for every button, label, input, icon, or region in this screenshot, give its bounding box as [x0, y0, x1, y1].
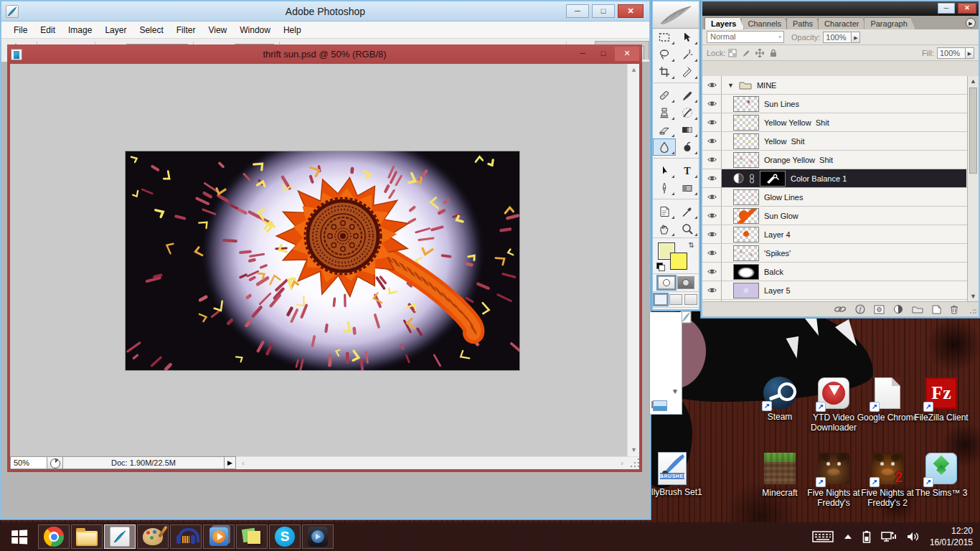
- layer-thumbnail[interactable]: [733, 115, 759, 131]
- menu-image[interactable]: Image: [62, 22, 98, 38]
- blend-mode-select[interactable]: Normal▾: [707, 31, 784, 43]
- history-brush-tool[interactable]: [676, 104, 699, 121]
- doc-maximize-button[interactable]: □: [594, 47, 613, 61]
- visibility-toggle[interactable]: [702, 244, 722, 262]
- layer-row[interactable]: Sun Glow: [702, 207, 979, 225]
- scroll-down-icon[interactable]: ▼: [968, 293, 979, 300]
- standard-screen-button[interactable]: [654, 294, 667, 305]
- network-icon[interactable]: [881, 530, 897, 543]
- delete-layer-icon[interactable]: [950, 305, 958, 314]
- swap-colors-icon[interactable]: ⇅: [689, 241, 694, 249]
- hand-tool[interactable]: [653, 220, 676, 237]
- menu-window[interactable]: Window: [233, 22, 277, 38]
- taskbar-photoshop[interactable]: [104, 524, 136, 549]
- visibility-toggle[interactable]: [702, 188, 722, 206]
- visibility-toggle[interactable]: [702, 76, 722, 94]
- scroll-down-icon[interactable]: ▼: [628, 444, 639, 456]
- opacity-field[interactable]: 100%: [823, 32, 852, 43]
- lock-position-icon[interactable]: [754, 48, 765, 58]
- vertical-scrollbar[interactable]: ▲ ▼: [627, 64, 639, 456]
- type-tool[interactable]: T: [676, 162, 699, 179]
- quick-mask-mode-button[interactable]: [677, 276, 694, 289]
- show-hidden-icons-icon[interactable]: [844, 534, 852, 540]
- healing-brush-tool[interactable]: [653, 87, 676, 104]
- clock[interactable]: 12:20 16/01/2015: [930, 525, 973, 548]
- add-layer-mask-icon[interactable]: [874, 305, 885, 314]
- tab-character[interactable]: Character: [818, 17, 867, 29]
- move-tool[interactable]: [676, 29, 699, 46]
- layer-thumbnail[interactable]: [733, 283, 759, 298]
- scroll-up-icon[interactable]: ▲: [628, 64, 639, 76]
- menu-edit[interactable]: Edit: [34, 22, 62, 38]
- palette-close-button[interactable]: ✕: [958, 3, 976, 14]
- gradient-tool[interactable]: [676, 121, 699, 138]
- volume-icon[interactable]: [907, 531, 920, 542]
- fill-arrow[interactable]: ▶: [966, 47, 974, 59]
- magic-wand-tool[interactable]: [676, 46, 699, 63]
- palette-title-bar[interactable]: ─ ✕: [702, 1, 979, 16]
- lasso-tool[interactable]: [653, 46, 676, 63]
- scroll-up-icon[interactable]: ▲: [968, 77, 979, 85]
- taskbar-chrome[interactable]: [38, 524, 70, 549]
- start-button[interactable]: [0, 522, 37, 551]
- touch-keyboard-icon[interactable]: [812, 530, 834, 543]
- lock-transparency-icon[interactable]: [727, 48, 738, 58]
- palette-minimize-button[interactable]: ─: [938, 3, 955, 14]
- layer-row[interactable]: Sun Lines: [702, 95, 979, 113]
- canvas-area[interactable]: ▲ ▼: [10, 64, 639, 456]
- resize-grip[interactable]: [628, 456, 639, 469]
- scroll-down-icon[interactable]: ▼: [672, 387, 679, 395]
- taskbar-media-player[interactable]: [203, 524, 235, 549]
- status-timer-icon[interactable]: [47, 456, 63, 469]
- fullscreen-menubar-button[interactable]: [669, 294, 682, 305]
- blur-tool[interactable]: [653, 138, 676, 156]
- battery-icon[interactable]: [862, 530, 871, 543]
- desktop-icon-minecraft[interactable]: Minecraft: [749, 452, 811, 498]
- menu-file[interactable]: File: [7, 22, 34, 38]
- brush-tool[interactable]: [676, 87, 699, 104]
- visibility-toggle[interactable]: [702, 207, 722, 225]
- eyedropper-tool[interactable]: [676, 203, 699, 220]
- path-selection-tool[interactable]: [653, 162, 676, 179]
- layer-row[interactable]: Yellow Shit: [702, 132, 979, 151]
- zoom-field[interactable]: 50%: [10, 456, 47, 469]
- layer-thumbnail[interactable]: [733, 96, 759, 112]
- desktop-icon-fnaf[interactable]: ↗Five Nights at Freddy's: [803, 452, 864, 509]
- group-expand-icon[interactable]: ▼: [727, 82, 734, 89]
- taskbar-media-player-classic[interactable]: [302, 524, 334, 549]
- new-layer-icon[interactable]: [932, 305, 941, 314]
- eraser-tool[interactable]: [653, 121, 676, 138]
- visibility-toggle[interactable]: [702, 95, 722, 113]
- minimize-button[interactable]: ─: [566, 4, 589, 18]
- slice-tool[interactable]: [676, 63, 699, 80]
- background-color-swatch[interactable]: [670, 253, 687, 270]
- standard-mode-button[interactable]: [658, 276, 675, 289]
- visibility-toggle[interactable]: [702, 225, 722, 243]
- tab-layers[interactable]: Layers: [705, 17, 744, 29]
- visibility-toggle[interactable]: [702, 151, 722, 169]
- rect-marquee-tool[interactable]: [653, 29, 676, 46]
- desktop-icon-filezilla[interactable]: Fz↗FileZilla Client: [910, 377, 972, 423]
- layer-row[interactable]: Orange Yellow Shit: [702, 151, 979, 169]
- close-button[interactable]: ✕: [618, 4, 644, 18]
- crop-tool[interactable]: [653, 63, 676, 80]
- doc-close-button[interactable]: ✕: [615, 47, 639, 61]
- layer-row[interactable]: Layer 4: [702, 225, 979, 244]
- title-bar[interactable]: Adobe Photoshop ─ □ ✕: [1, 1, 649, 22]
- taskbar-sticky-notes[interactable]: [236, 524, 268, 549]
- layer-thumbnail[interactable]: [733, 152, 759, 168]
- menu-layer[interactable]: Layer: [98, 22, 133, 38]
- layer-thumbnail[interactable]: [733, 189, 759, 205]
- layer-row[interactable]: Yellow Yellow Shit: [702, 113, 979, 132]
- taskbar-audacity[interactable]: [170, 524, 202, 549]
- zoom-tool[interactable]: [676, 220, 699, 237]
- layer-thumbnail[interactable]: [733, 133, 759, 149]
- tab-paths[interactable]: Paths: [786, 17, 821, 29]
- link-layers-icon[interactable]: [834, 305, 847, 314]
- document-title-bar[interactable]: thrift sun.psd @ 50% (RGB/8) ─ □ ✕: [7, 44, 642, 64]
- horizontal-scrollbar[interactable]: ‹ ›: [236, 456, 639, 469]
- tab-paragraph[interactable]: Paragraph: [864, 17, 915, 29]
- layer-row[interactable]: Glow Lines: [702, 188, 979, 207]
- tab-channels[interactable]: Channels: [741, 17, 788, 29]
- panel-menu-icon[interactable]: ▶: [966, 18, 976, 28]
